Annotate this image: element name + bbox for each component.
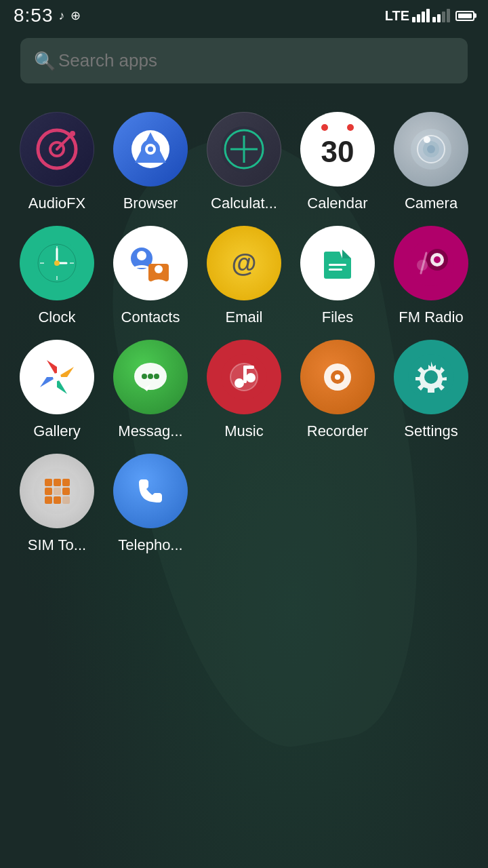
svg-rect-65 xyxy=(54,479,61,486)
audiofx-icon xyxy=(20,112,94,186)
app-item-gallery[interactable]: Gallery xyxy=(14,340,100,440)
camera-label: Camera xyxy=(405,195,458,212)
calculator-label: Calculat... xyxy=(211,195,277,212)
app-item-clock[interactable]: Clock xyxy=(14,226,100,326)
gallery-icon xyxy=(20,340,94,414)
signal-bars-1 xyxy=(412,9,430,22)
simtoolkit-icon xyxy=(20,454,94,528)
telephone-label: Telepho... xyxy=(118,536,182,554)
app-item-camera[interactable]: Camera xyxy=(388,112,474,212)
svg-point-38 xyxy=(434,256,441,263)
svg-point-62 xyxy=(424,370,438,384)
status-left: 8:53 ♪ ⊕ xyxy=(14,5,81,26)
app-item-fmradio[interactable]: FM Radio xyxy=(388,226,474,326)
svg-rect-66 xyxy=(62,479,70,486)
files-label: Files xyxy=(322,309,353,326)
svg-rect-72 xyxy=(62,496,70,504)
telephone-icon xyxy=(113,454,188,528)
svg-rect-68 xyxy=(54,488,61,495)
fmradio-icon xyxy=(394,226,468,300)
svg-rect-67 xyxy=(45,488,52,495)
svg-point-49 xyxy=(154,374,159,379)
svg-rect-71 xyxy=(54,496,61,504)
browser-label: Browser xyxy=(123,195,178,212)
calendar-icon: 30 xyxy=(300,112,375,186)
app-item-messages[interactable]: Messag... xyxy=(107,340,194,440)
svg-point-3 xyxy=(70,131,75,136)
battery-icon xyxy=(455,11,474,21)
svg-point-44 xyxy=(53,373,61,381)
svg-point-28 xyxy=(137,251,146,260)
messages-icon xyxy=(113,340,188,414)
contacts-icon xyxy=(113,226,188,300)
download-icon: ⊕ xyxy=(70,8,81,23)
settings-icon xyxy=(394,340,468,414)
svg-line-2 xyxy=(57,134,73,149)
audiofx-label: AudioFX xyxy=(28,195,85,212)
gallery-label: Gallery xyxy=(33,422,81,440)
svg-point-48 xyxy=(148,374,153,379)
app-item-files[interactable]: Files xyxy=(294,226,381,326)
svg-point-47 xyxy=(142,374,147,379)
svg-rect-33 xyxy=(329,264,346,266)
app-item-calendar[interactable]: 30 Calendar xyxy=(294,112,381,212)
app-item-simtoolkit[interactable]: SIM To... xyxy=(14,454,100,554)
contacts-label: Contacts xyxy=(121,309,180,326)
search-wrapper: 🔍 xyxy=(20,38,468,83)
signal-bars-2 xyxy=(432,9,450,22)
svg-point-60 xyxy=(335,374,340,380)
clock-label: Clock xyxy=(38,309,75,326)
svg-point-73 xyxy=(127,468,174,514)
recorder-label: Recorder xyxy=(307,422,368,440)
svg-rect-70 xyxy=(45,496,52,504)
app-item-browser[interactable]: Browser xyxy=(107,112,194,212)
app-item-contacts[interactable]: Contacts xyxy=(107,226,194,326)
status-time: 8:53 xyxy=(14,5,54,26)
calculator-icon xyxy=(207,112,281,186)
svg-point-8 xyxy=(148,146,153,152)
svg-point-30 xyxy=(155,265,163,273)
search-input[interactable] xyxy=(20,38,468,83)
recorder-icon xyxy=(300,340,375,414)
status-bar: 8:53 ♪ ⊕ LTE xyxy=(0,0,488,30)
app-item-recorder[interactable]: Recorder xyxy=(294,340,381,440)
simtoolkit-label: SIM To... xyxy=(28,536,86,554)
messages-label: Messag... xyxy=(118,422,182,440)
app-item-telephone[interactable]: Telepho... xyxy=(107,454,194,554)
settings-label: Settings xyxy=(404,422,458,440)
svg-point-17 xyxy=(424,136,430,143)
music-icon xyxy=(207,340,281,414)
fmradio-label: FM Radio xyxy=(399,309,463,326)
email-label: Email xyxy=(225,309,262,326)
files-icon xyxy=(300,226,375,300)
email-icon: @ xyxy=(207,226,281,300)
lte-label: LTE xyxy=(385,8,409,24)
app-item-audiofx[interactable]: AudioFX xyxy=(14,112,100,212)
app-item-music[interactable]: Music xyxy=(201,340,287,440)
calendar-label: Calendar xyxy=(307,195,367,212)
browser-icon xyxy=(113,112,188,186)
svg-point-56 xyxy=(246,373,256,382)
svg-rect-55 xyxy=(243,366,254,369)
music-label: Music xyxy=(224,422,263,440)
svg-point-26 xyxy=(54,260,60,266)
svg-rect-34 xyxy=(329,269,342,271)
music-note-icon: ♪ xyxy=(59,9,65,23)
app-grid: AudioFX Browser Calculat... xyxy=(0,92,488,574)
app-item-calculator[interactable]: Calculat... xyxy=(201,112,287,212)
svg-text:@: @ xyxy=(231,249,256,277)
app-item-email[interactable]: @ Email xyxy=(201,226,287,326)
svg-point-53 xyxy=(235,378,244,388)
svg-rect-69 xyxy=(62,488,70,495)
status-right: LTE xyxy=(385,8,474,24)
svg-point-16 xyxy=(427,145,435,153)
camera-icon xyxy=(394,112,468,186)
clock-icon xyxy=(20,226,94,300)
search-container: 🔍 xyxy=(0,30,488,92)
app-item-settings[interactable]: Settings xyxy=(388,340,474,440)
svg-rect-64 xyxy=(45,479,52,486)
